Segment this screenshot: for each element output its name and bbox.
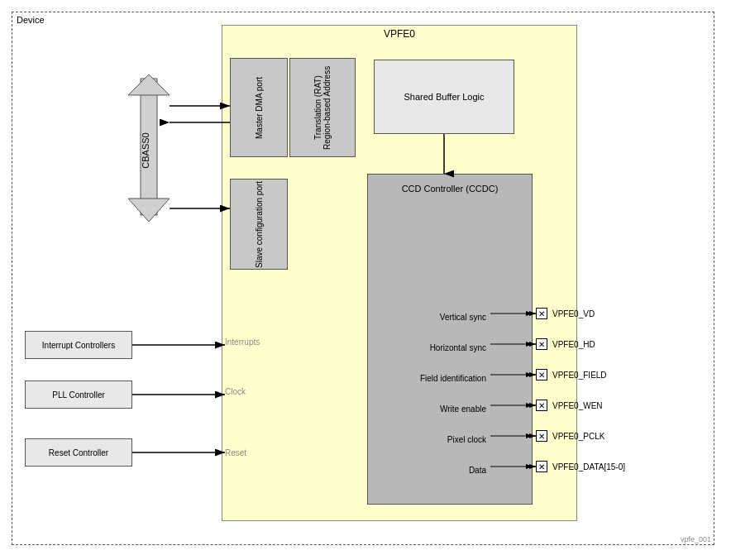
ext-field-label: VPFE0_FIELD bbox=[552, 371, 607, 380]
reset-controller-box: Reset Controller bbox=[25, 438, 132, 467]
interrupt-controllers-box: Interrupt Controllers bbox=[25, 331, 132, 359]
shared-buffer-label: Shared Buffer Logic bbox=[374, 60, 514, 134]
x-connector-pclk: ✕ bbox=[536, 430, 547, 442]
x-connector-data: ✕ bbox=[536, 461, 547, 472]
ext-wen-label: VPFE0_WEN bbox=[552, 401, 603, 410]
data-label: Data bbox=[370, 466, 486, 475]
pixel-clock-label: Pixel clock bbox=[370, 435, 486, 444]
ccd-controller-label: CCD Controller (CCDC) bbox=[367, 184, 533, 194]
x-connector-field: ✕ bbox=[536, 369, 547, 381]
horizontal-sync-label: Horizontal sync bbox=[370, 343, 486, 352]
ccd-controller-block bbox=[367, 174, 533, 505]
x-connector-hd: ✕ bbox=[536, 338, 547, 350]
rat-label: Region-based Address Translation (RAT) bbox=[289, 58, 356, 157]
write-enable-label: Write enable bbox=[370, 404, 486, 414]
ext-data-label: VPFE0_DATA[15-0] bbox=[552, 462, 625, 471]
watermark-label: vpfe_001 bbox=[681, 535, 711, 543]
master-dma-label: Master DMA port bbox=[230, 58, 288, 157]
device-label: Device bbox=[17, 15, 45, 25]
vertical-sync-label: Vertical sync bbox=[370, 313, 486, 322]
ext-vd-label: VPFE0_VD bbox=[552, 309, 595, 318]
ext-hd-label: VPFE0_HD bbox=[552, 340, 595, 349]
slave-config-label: Slave configuration port bbox=[230, 179, 288, 270]
clock-label: Clock bbox=[225, 387, 246, 396]
field-id-label: Field identification bbox=[370, 374, 486, 383]
ext-pclk-label: VPFE0_PCLK bbox=[552, 432, 604, 441]
diagram-container: Device VPFE0 Master DMA port Region-base… bbox=[0, 0, 731, 560]
vpfe0-label: VPFE0 bbox=[222, 28, 577, 40]
interrupts-label: Interrupts bbox=[225, 337, 260, 347]
reset-label: Reset bbox=[225, 448, 246, 457]
x-connector-wen: ✕ bbox=[536, 400, 547, 411]
x-connector-vd: ✕ bbox=[536, 308, 547, 319]
pll-controller-box: PLL Controller bbox=[25, 381, 132, 409]
